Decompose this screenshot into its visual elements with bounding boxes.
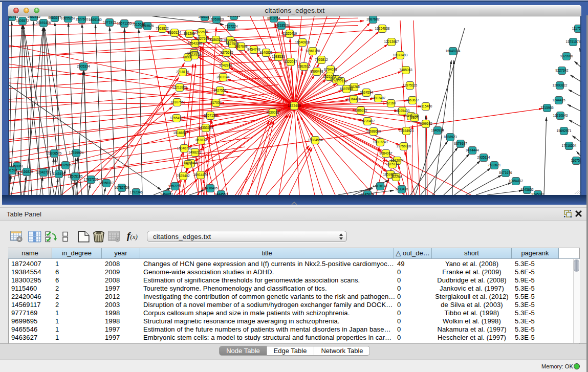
svg-text:7485063: 7485063 — [399, 68, 412, 72]
svg-text:2087682: 2087682 — [366, 17, 380, 21]
svg-text:10654112: 10654112 — [509, 179, 524, 183]
svg-text:9464851: 9464851 — [160, 192, 173, 195]
svg-text:9444553: 9444553 — [214, 192, 228, 195]
svg-text:16571355: 16571355 — [117, 21, 132, 25]
svg-text:6794028: 6794028 — [324, 68, 337, 71]
svg-text:8813054: 8813054 — [267, 16, 280, 20]
svg-text:8186325: 8186325 — [209, 38, 223, 41]
svg-text:8427552: 8427552 — [213, 89, 227, 92]
svg-text:17654923: 17654923 — [399, 129, 414, 133]
svg-text:2803144: 2803144 — [216, 75, 230, 79]
svg-text:16914479: 16914479 — [193, 173, 208, 177]
svg-text:1156829: 1156829 — [20, 170, 33, 173]
svg-text:2905334: 2905334 — [77, 64, 90, 68]
svg-text:8938923: 8938923 — [444, 135, 457, 139]
svg-text:1292346: 1292346 — [129, 190, 143, 194]
svg-text:19384554: 19384554 — [308, 138, 323, 142]
svg-text:16053809: 16053809 — [209, 17, 224, 21]
svg-text:3267150: 3267150 — [204, 114, 217, 117]
svg-text:867833: 867833 — [195, 138, 207, 142]
svg-text:15166827: 15166827 — [173, 131, 188, 135]
svg-text:9084067: 9084067 — [379, 151, 393, 155]
svg-text:9657791: 9657791 — [168, 184, 182, 188]
svg-text:20206576: 20206576 — [47, 151, 62, 155]
svg-text:2530023: 2530023 — [266, 111, 279, 114]
svg-text:3498222: 3498222 — [188, 150, 202, 154]
svg-text:16154838: 16154838 — [375, 27, 390, 30]
svg-text:12213967: 12213967 — [384, 40, 399, 43]
svg-text:9804: 9804 — [411, 116, 419, 119]
svg-text:9327503: 9327503 — [196, 37, 209, 40]
svg-text:252254: 252254 — [390, 175, 402, 179]
svg-text:2718176: 2718176 — [176, 70, 189, 74]
svg-text:7663822: 7663822 — [156, 27, 169, 30]
svg-text:12093822: 12093822 — [553, 83, 568, 87]
svg-text:9329966: 9329966 — [560, 54, 573, 58]
svg-text:9474444: 9474444 — [466, 148, 479, 152]
svg-text:3624554: 3624554 — [360, 91, 373, 94]
svg-text:1640934: 1640934 — [431, 128, 444, 132]
svg-text:1765492: 1765492 — [170, 116, 183, 120]
svg-text:7515526: 7515526 — [141, 24, 154, 28]
svg-text:10973493: 10973493 — [393, 53, 408, 57]
svg-text:1733426: 1733426 — [395, 187, 408, 191]
svg-text:10961758: 10961758 — [306, 49, 320, 53]
svg-text:22420046: 22420046 — [187, 53, 202, 57]
svg-text:1362615: 1362615 — [297, 64, 311, 68]
svg-text:1612074: 1612074 — [390, 159, 404, 162]
svg-text:1145194: 1145194 — [53, 172, 66, 176]
svg-text:1810755: 1810755 — [170, 100, 184, 104]
svg-text:1861741: 1861741 — [9, 16, 18, 18]
svg-text:3875685: 3875685 — [220, 51, 233, 54]
svg-text:6466160: 6466160 — [89, 18, 102, 21]
svg-text:1117524: 1117524 — [572, 27, 580, 30]
svg-text:8471676: 8471676 — [499, 171, 512, 174]
svg-text:891295: 891295 — [184, 32, 195, 35]
svg-text:8322037: 8322037 — [284, 60, 297, 63]
svg-text:1588520: 1588520 — [272, 55, 285, 58]
svg-text:10655267: 10655267 — [61, 16, 76, 20]
svg-text:9063677: 9063677 — [48, 16, 61, 19]
svg-text:12505135: 12505135 — [68, 174, 83, 178]
svg-text:17957225: 17957225 — [84, 178, 99, 181]
svg-text:9320546: 9320546 — [224, 38, 237, 42]
svg-text:1071915: 1071915 — [103, 20, 116, 24]
svg-text:7625402: 7625402 — [177, 174, 190, 178]
svg-text:1962315: 1962315 — [27, 16, 40, 18]
svg-text:10807487: 10807487 — [371, 96, 386, 100]
svg-text:23975867: 23975867 — [58, 163, 73, 167]
svg-text:14353594: 14353594 — [199, 126, 213, 129]
svg-text:15716485: 15716485 — [203, 186, 218, 190]
svg-text:7357224: 7357224 — [225, 25, 238, 28]
svg-text:16640910: 16640910 — [295, 40, 310, 44]
svg-text:1527602: 1527602 — [75, 17, 89, 21]
svg-text:19756928: 19756928 — [397, 144, 411, 148]
svg-text:8454749: 8454749 — [247, 48, 260, 51]
svg-text:9146821: 9146821 — [259, 51, 273, 54]
svg-text:16046736: 16046736 — [177, 146, 192, 150]
svg-text:21364436: 21364436 — [346, 97, 361, 101]
svg-text:14136141: 14136141 — [373, 184, 388, 188]
svg-text:1872400: 1872400 — [288, 104, 301, 107]
svg-text:8106255: 8106255 — [227, 16, 241, 17]
svg-text:2867608: 2867608 — [234, 45, 248, 48]
svg-text:15720407: 15720407 — [360, 119, 375, 123]
svg-text:20691406: 20691406 — [36, 21, 51, 25]
svg-text:12975115: 12975115 — [403, 83, 418, 87]
svg-text:62160: 62160 — [386, 101, 396, 105]
svg-text:9245652: 9245652 — [520, 188, 534, 191]
svg-text:15692971: 15692971 — [557, 129, 572, 133]
svg-text:9245082: 9245082 — [531, 192, 545, 195]
svg-text:9699695: 9699695 — [419, 122, 432, 125]
svg-text:17359924: 17359924 — [69, 151, 84, 155]
svg-text:17016504: 17016504 — [562, 144, 577, 147]
svg-text:7986322: 7986322 — [354, 108, 367, 112]
svg-text:2822605: 2822605 — [195, 30, 208, 34]
svg-text:9227342: 9227342 — [555, 69, 569, 72]
svg-text:9242848: 9242848 — [219, 63, 232, 67]
svg-text:16648784: 16648784 — [446, 49, 461, 53]
svg-text:917004: 917004 — [210, 101, 222, 104]
svg-text:1577: 1577 — [184, 162, 192, 166]
svg-text:3215955: 3215955 — [540, 106, 554, 110]
svg-text:7955812: 7955812 — [315, 58, 328, 61]
